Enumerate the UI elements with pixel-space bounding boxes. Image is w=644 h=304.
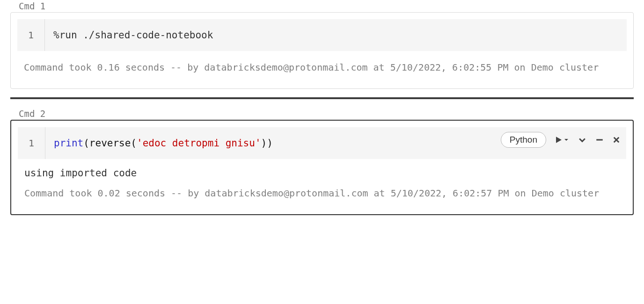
caret-down-icon[interactable] xyxy=(564,137,569,143)
token-builtin: print xyxy=(54,138,83,149)
code-editor[interactable]: 1 print(reverse('edoc detropmi gnisu')) … xyxy=(18,127,626,159)
token: )) xyxy=(261,138,273,149)
cell-label: Cmd 2 xyxy=(0,108,644,120)
cell-output-area: Command took 0.16 seconds -- by databric… xyxy=(11,51,633,88)
cell-separator[interactable] xyxy=(10,97,634,99)
cell-toolbar: Python xyxy=(501,132,621,148)
code-editor[interactable]: 1 %run ./shared-code-notebook xyxy=(17,19,627,51)
minimize-icon[interactable] xyxy=(595,136,604,144)
token-string: 'edoc detropmi gnisu' xyxy=(137,138,261,149)
svg-rect-0 xyxy=(596,139,603,141)
close-icon[interactable] xyxy=(612,136,621,144)
line-number: 1 xyxy=(17,19,45,51)
code-line[interactable]: %run ./shared-code-notebook xyxy=(45,19,627,51)
cell-active[interactable]: 1 print(reverse('edoc detropmi gnisu')) … xyxy=(10,120,634,215)
cell-output-area: using imported code Command took 0.02 se… xyxy=(11,159,633,214)
cell-label: Cmd 1 xyxy=(0,0,644,12)
language-pill[interactable]: Python xyxy=(501,132,546,148)
notebook: Cmd 1 1 %run ./shared-code-notebook Comm… xyxy=(0,0,644,224)
cell[interactable]: 1 %run ./shared-code-notebook Command to… xyxy=(10,12,634,89)
output-text: using imported code xyxy=(24,167,620,179)
token: (reverse( xyxy=(83,138,137,149)
status-line: Command took 0.16 seconds -- by databric… xyxy=(24,59,620,75)
line-number: 1 xyxy=(18,127,45,159)
status-line: Command took 0.02 seconds -- by databric… xyxy=(24,185,620,201)
run-icon[interactable] xyxy=(555,136,563,144)
chevron-down-icon[interactable] xyxy=(578,135,587,145)
